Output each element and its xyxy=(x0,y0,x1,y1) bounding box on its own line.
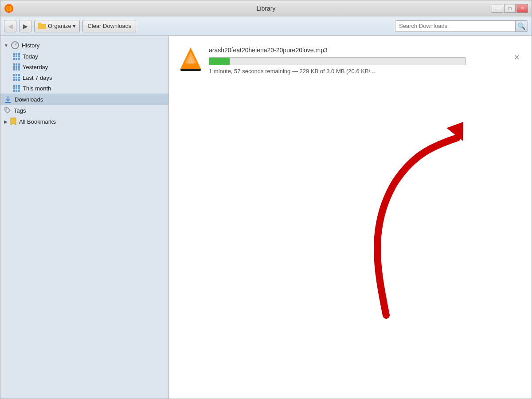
sidebar-item-label: This month xyxy=(23,85,51,92)
sidebar-item-label: Downloads xyxy=(15,96,43,103)
close-button[interactable]: ✕ xyxy=(516,4,528,13)
window-title: Library xyxy=(257,5,276,12)
sidebar-item-last7days[interactable]: Last 7 days xyxy=(0,72,168,83)
main-area: ▼ History Today Yeste xyxy=(0,36,532,399)
progress-bar-container xyxy=(209,57,466,65)
bookmark-icon xyxy=(10,117,16,125)
download-status: 1 minute, 57 seconds remaining — 229 KB … xyxy=(209,68,505,74)
search-button[interactable]: 🔍 xyxy=(515,21,528,31)
search-input[interactable] xyxy=(395,21,515,31)
forward-button[interactable]: ▶ xyxy=(19,20,31,32)
sidebar: ▼ History Today Yeste xyxy=(0,36,169,399)
tag-icon xyxy=(4,107,11,114)
toolbar: ◀ ▶ Organize ▾ Clear Downloads 🔍 xyxy=(0,16,532,36)
history-clock-icon xyxy=(11,41,19,49)
firefox-icon xyxy=(4,4,14,13)
svg-point-6 xyxy=(6,109,7,110)
maximize-button[interactable]: □ xyxy=(504,4,516,13)
folder-icon xyxy=(38,23,46,29)
grid-icon xyxy=(13,63,20,70)
sidebar-item-thismonth[interactable]: This month xyxy=(0,83,168,94)
minimize-button[interactable]: — xyxy=(492,4,503,13)
sidebar-item-downloads[interactable]: Downloads xyxy=(0,94,168,105)
download-info: arash20feat20helena20-20pure20love.mp3 1… xyxy=(209,47,505,74)
expand-triangle: ▶ xyxy=(4,119,8,124)
grid-icon xyxy=(13,74,20,81)
sidebar-item-yesterday[interactable]: Yesterday xyxy=(0,62,168,72)
vlc-icon xyxy=(180,47,202,71)
download-item: arash20feat20helena20-20pure20love.mp3 1… xyxy=(176,43,524,78)
search-box: 🔍 xyxy=(395,20,528,32)
title-bar-left xyxy=(4,4,14,13)
library-window: Library — □ ✕ ◀ ▶ Organize ▾ Clear Downl… xyxy=(0,0,532,399)
content-panel: arash20feat20helena20-20pure20love.mp3 1… xyxy=(169,36,532,399)
sidebar-item-tags[interactable]: Tags xyxy=(0,105,168,116)
close-download-button[interactable]: ✕ xyxy=(512,53,521,62)
svg-rect-3 xyxy=(38,23,41,25)
sidebar-item-label: Today xyxy=(23,53,38,60)
sidebar-item-label: Yesterday xyxy=(23,64,48,70)
grid-icon xyxy=(13,53,20,60)
title-bar: Library — □ ✕ xyxy=(0,0,532,16)
title-buttons: — □ ✕ xyxy=(492,4,528,13)
download-icon xyxy=(4,95,12,103)
sidebar-item-label: All Bookmarks xyxy=(19,118,56,125)
sidebar-item-label: Tags xyxy=(14,107,26,114)
svg-marker-11 xyxy=(446,122,469,145)
red-arrow-annotation xyxy=(342,102,510,333)
sidebar-item-history[interactable]: ▼ History xyxy=(0,39,168,51)
clear-downloads-button[interactable]: Clear Downloads xyxy=(82,20,136,32)
download-filename: arash20feat20helena20-20pure20love.mp3 xyxy=(209,47,505,54)
search-icon: 🔍 xyxy=(517,22,526,30)
collapse-triangle: ▼ xyxy=(4,43,8,48)
sidebar-item-label: History xyxy=(22,42,39,49)
sidebar-item-today[interactable]: Today xyxy=(0,51,168,62)
sidebar-item-allbookmarks[interactable]: ▶ All Bookmarks xyxy=(0,116,168,127)
organize-button[interactable]: Organize ▾ xyxy=(34,20,80,32)
grid-icon xyxy=(13,85,20,92)
organize-label: Organize ▾ xyxy=(48,23,76,29)
back-button[interactable]: ◀ xyxy=(4,20,16,32)
sidebar-item-label: Last 7 days xyxy=(23,74,52,81)
progress-bar-fill xyxy=(209,58,230,65)
svg-rect-10 xyxy=(180,69,201,71)
